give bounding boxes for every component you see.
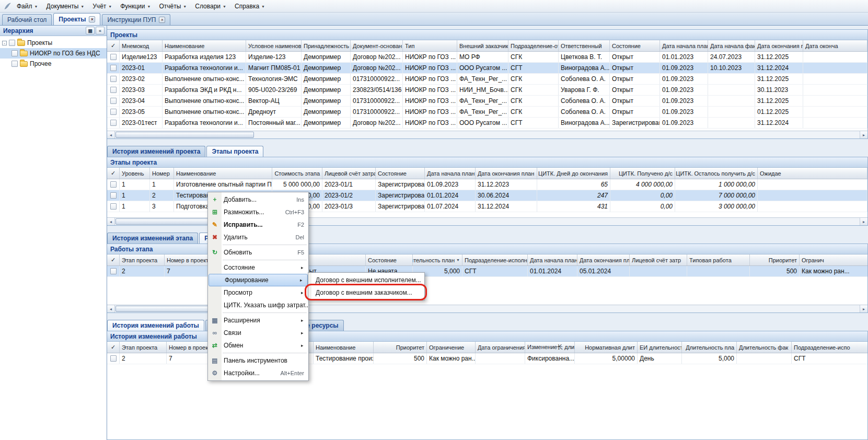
scroll-left-icon[interactable]: ◂	[107, 218, 115, 225]
column-header[interactable]: Ответственный	[559, 40, 610, 51]
column-header[interactable]: Дата окончания план	[577, 254, 630, 265]
table-row[interactable]: Изделие123Разработка изделия 123Изделие-…	[107, 52, 867, 63]
menubar-item[interactable]: Функции▼	[116, 0, 155, 12]
column-header[interactable]: Приоритет	[374, 342, 427, 353]
scroll-right-icon[interactable]: ▸	[860, 305, 867, 312]
column-header[interactable]: Типовая работа	[687, 254, 750, 265]
row-checkbox[interactable]	[110, 109, 117, 115]
row-checkbox[interactable]	[110, 355, 117, 362]
window-tab[interactable]: Рабочий стол	[2, 14, 52, 25]
scroll-left-icon[interactable]: ◂	[107, 305, 115, 312]
context-menu-item[interactable]: ЦИТК. Указать шифр затрат...	[208, 299, 308, 311]
context-menu-item[interactable]: +Добавить...Ins	[208, 193, 308, 206]
column-header[interactable]: Лицевой счёт затр	[630, 254, 687, 265]
context-menu-item[interactable]: ▦Расширения▸	[208, 314, 308, 327]
column-header[interactable]: Дата начала факт	[708, 40, 755, 51]
scroll-right-icon[interactable]: ▸	[860, 131, 867, 138]
column-header[interactable]: Длительность план▼	[413, 254, 462, 265]
scroll-right-icon[interactable]: ▸	[860, 218, 867, 225]
column-header[interactable]: ✓	[107, 40, 120, 51]
column-header[interactable]: Наименование	[163, 40, 246, 51]
row-checkbox[interactable]	[110, 76, 117, 82]
tree-item[interactable]: Прочее	[0, 59, 107, 69]
column-header[interactable]: ЕИ длительности	[638, 342, 682, 353]
column-header[interactable]: Номер в проекте	[165, 254, 212, 265]
column-header[interactable]: ✓	[107, 342, 120, 353]
table-row[interactable]: 2023-03Разработка ЭКД и РКД н...905-U020…	[107, 85, 867, 96]
column-header[interactable]: ЦИТК. Получено д/с	[610, 168, 675, 179]
window-tab[interactable]: Проекты×	[53, 13, 100, 25]
column-header[interactable]: Состояние	[610, 40, 660, 51]
column-header[interactable]: ЦИТК. Дней до окончания	[537, 168, 610, 179]
context-menu-item[interactable]: Просмотр▸	[208, 286, 308, 299]
column-header[interactable]: Стоимость этапа	[272, 168, 322, 179]
column-header[interactable]: Огранич	[800, 254, 867, 265]
close-icon[interactable]: ×	[89, 16, 95, 22]
row-checkbox[interactable]	[110, 87, 117, 93]
tree-item[interactable]: НИОКР по ГОЗ без НДС	[0, 48, 107, 59]
submenu-item[interactable]: Договор с внешним исполнителем...	[308, 274, 424, 286]
context-menu-item[interactable]: ✎Исправить...F2	[208, 218, 308, 231]
context-menu-item[interactable]: Состояние▸	[208, 261, 308, 274]
scrollbar-thumb[interactable]	[115, 132, 254, 138]
context-menu-item[interactable]: ⇄Обмен▸	[208, 339, 308, 352]
tree-checkbox[interactable]	[11, 61, 18, 67]
context-menu-item[interactable]: ∞Связи▸	[208, 327, 308, 339]
column-header[interactable]: ЦИТК. Осталось получить д/с	[675, 168, 758, 179]
close-icon[interactable]: ×	[159, 17, 165, 23]
column-header[interactable]: Этап проекта	[120, 342, 167, 353]
column-header[interactable]: Принадлежность	[302, 40, 351, 51]
column-header[interactable]: Нормативная длит	[575, 342, 638, 353]
column-header[interactable]: Дата окончания план	[476, 168, 537, 179]
table-row[interactable]: 2023-01Разработка технологии и...Магнит …	[107, 63, 867, 74]
column-header[interactable]: Документ-основан	[351, 40, 403, 51]
column-header[interactable]: Дата оконча	[803, 40, 867, 51]
column-header[interactable]: Дата окончания п	[755, 40, 803, 51]
column-header[interactable]: Подразделение-исполнитель.	[462, 254, 528, 265]
column-header[interactable]: Внешний заказчик	[457, 40, 508, 51]
menubar-item[interactable]: Словари▼	[191, 0, 230, 12]
row-checkbox[interactable]	[110, 120, 117, 126]
column-header[interactable]: Условное наименова	[246, 40, 302, 51]
tree-checkbox[interactable]	[11, 50, 18, 56]
column-header[interactable]: Уровень	[120, 168, 150, 179]
context-menu-item[interactable]: ▤Панель инструментов	[208, 354, 308, 367]
context-menu-item[interactable]: Формирование▸	[209, 274, 308, 286]
submenu-item[interactable]: Договор с внешним заказчиком...	[308, 286, 424, 299]
table-row[interactable]: 11Изготовление опытный партии ПМ0...5 00…	[107, 179, 867, 190]
column-header[interactable]: Ограничение	[427, 342, 476, 353]
context-menu-item[interactable]: ⊞Размножить...Ctrl+F3	[208, 206, 308, 218]
column-header[interactable]: Длительность фак	[737, 342, 792, 353]
menubar-item[interactable]: Учёт▼	[88, 0, 116, 12]
column-header[interactable]: Дата начала план.	[528, 254, 577, 265]
column-header[interactable]: ✓	[107, 254, 120, 265]
column-header[interactable]: Мнемокод	[120, 40, 163, 51]
column-header[interactable]: Дата начала план	[425, 168, 476, 179]
menubar-item[interactable]: Отчёты▼	[155, 0, 191, 12]
row-checkbox[interactable]	[110, 54, 117, 60]
column-header[interactable]: Длительность пла	[682, 342, 737, 353]
column-header[interactable]: Наименование	[314, 342, 374, 353]
column-header[interactable]: Лицевой счёт затрат	[322, 168, 376, 179]
row-checkbox[interactable]	[110, 192, 117, 199]
column-header[interactable]: Ожидае	[758, 168, 867, 179]
column-header[interactable]: Этап проекта	[120, 254, 165, 265]
context-menu-item[interactable]: ✖УдалитьDel	[208, 231, 308, 244]
window-tab[interactable]: Инструкции ПУП×	[102, 14, 170, 25]
row-checkbox[interactable]	[110, 98, 117, 104]
collapse-panel-icon[interactable]: «	[96, 27, 105, 34]
tree-item[interactable]: -Проекты	[0, 38, 107, 48]
column-header[interactable]: Номер	[150, 168, 174, 179]
table-row[interactable]: 2023-01тестРазработка технологии и...Пос…	[107, 118, 867, 129]
menubar-item[interactable]: Файл▼	[13, 0, 42, 12]
column-header[interactable]: Подразделение-испо	[792, 342, 867, 353]
column-header[interactable]: Состояние	[366, 254, 413, 265]
column-header[interactable]: Подразделение-от	[508, 40, 559, 51]
column-header[interactable]: Изменение长 длите	[525, 342, 575, 353]
column-header[interactable]: Приоритет	[750, 254, 800, 265]
section-tab[interactable]: История изменений работы	[107, 320, 204, 331]
section-tab[interactable]: История изменений проекта	[107, 146, 205, 157]
expander-icon[interactable]: -	[2, 41, 7, 45]
row-checkbox[interactable]	[110, 203, 117, 210]
menubar-item[interactable]: Справка▼	[230, 0, 269, 12]
